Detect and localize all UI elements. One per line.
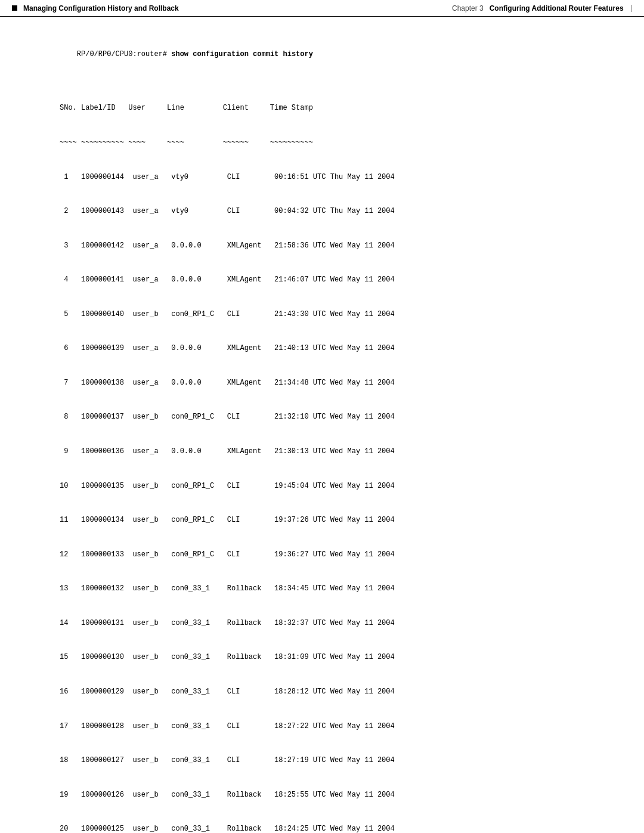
table-row: 9 1000000136 user_a 0.0.0.0 XMLAgent 21:… [60,446,608,457]
table-row: 15 1000000130 user_b con0_33_1 Rollback … [60,652,608,663]
header-left: Managing Configuration History and Rollb… [12,4,179,13]
table-row: 16 1000000129 user_b con0_33_1 CLI 18:28… [60,686,608,698]
table-row: 7 1000000138 user_a 0.0.0.0 XMLAgent 21:… [60,377,608,389]
table-row: 18 1000000127 user_b con0_33_1 CLI 18:27… [60,755,608,766]
table-header-row: SNo. Label/ID User Line Client Time Stam… [60,103,608,114]
table-row: 19 1000000126 user_b con0_33_1 Rollback … [60,789,608,801]
header-square-icon [12,5,17,11]
table-row: 2 1000000143 user_a vty0 CLI 00:04:32 UT… [60,206,608,217]
table-row: 11 1000000134 user_b con0_RP1_C CLI 19:3… [60,515,608,526]
header-section-label: Managing Configuration History and Rollb… [23,4,179,13]
header-separator: | [631,4,632,13]
table-row: 6 1000000139 user_a 0.0.0.0 XMLAgent 21:… [60,343,608,354]
header-chapter-label: Chapter 3 [452,4,484,13]
table-row: 10 1000000135 user_b con0_RP1_C CLI 19:4… [60,481,608,492]
table-row: 4 1000000141 user_a 0.0.0.0 XMLAgent 21:… [60,274,608,286]
table-row: 17 1000000128 user_b con0_33_1 CLI 18:27… [60,721,608,732]
table-row: 1 1000000144 user_a vty0 CLI 00:16:51 UT… [60,172,608,183]
commit-history-table: SNo. Label/ID User Line Client Time Stam… [60,80,608,833]
table-row: 13 1000000132 user_b con0_33_1 Rollback … [60,583,608,594]
table-row: 5 1000000140 user_b con0_RP1_C CLI 21:43… [60,309,608,320]
main-content: RP/0/RP0/CPU0:router# show configuration… [0,17,644,833]
table-row: 12 1000000133 user_b con0_RP1_C CLI 19:3… [60,549,608,561]
header-right: Chapter 3 Configuring Additional Router … [452,4,632,13]
command-text: show configuration commit history [171,50,313,58]
header-chapter-title: Configuring Additional Router Features [490,4,624,13]
prompt-command-block: RP/0/RP0/CPU0:router# show configuration… [60,38,608,70]
table-divider-row: ~~~~ ~~~~~~~~~~ ~~~~ ~~~~ ~~~~~~ ~~~~~~~… [60,137,608,148]
table-row: 3 1000000142 user_a 0.0.0.0 XMLAgent 21:… [60,240,608,252]
table-row: 20 1000000125 user_b con0_33_1 Rollback … [60,823,608,833]
table-row: 14 1000000131 user_b con0_33_1 Rollback … [60,618,608,629]
table-row: 8 1000000137 user_b con0_RP1_C CLI 21:32… [60,411,608,423]
header-bar: Managing Configuration History and Rollb… [0,0,644,17]
prompt-text: RP/0/RP0/CPU0:router# [77,50,171,58]
